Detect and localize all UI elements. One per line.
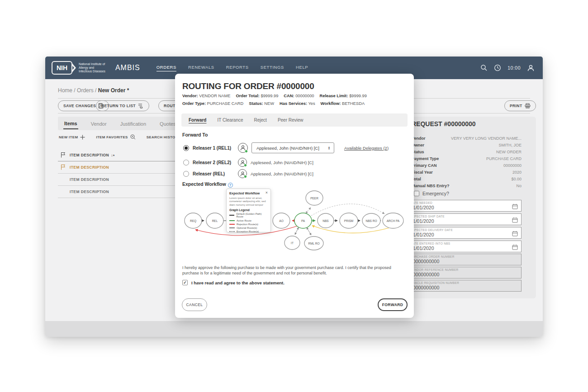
tab-quotes[interactable]: Quotes [159,118,176,129]
favorites-search-icon [130,134,136,140]
nav-item-settings[interactable]: SETTINGS [261,65,284,71]
date-field-value: 01/01/2020 [410,205,518,210]
oracle-requisition-number-field[interactable]: ORACLE REQUISITION NUMBER 00000000000 [407,280,522,292]
releaser-1-dropdown-value: Appleseed, John (NIAID/NIH) [C] [256,146,319,151]
available-delegates-link[interactable]: Available Delegates (2) [344,146,389,151]
new-item-button[interactable]: NEW ITEM [59,135,85,140]
calendar-icon[interactable] [512,231,518,236]
modal-tabs: Forward IT Clearance Reject Peer Review [181,113,408,127]
node-it[interactable]: IT [291,241,294,245]
node-nbs-ro[interactable]: NBS RO [366,219,377,222]
calendar-icon[interactable] [512,203,518,209]
date-entered-nbs-field[interactable]: DATE ENTERED INTO NBS 01/01/2020 [407,241,522,252]
tab-justification[interactable]: Justification [119,118,147,129]
breadcrumb-home[interactable]: Home [58,87,72,94]
order-meta-line-1: Vendor: VENDOR NAME Order Total: $9999.9… [182,94,367,98]
field-value: PURCHASE CARD [486,156,522,161]
vendor-reference-number-field[interactable]: VENDOR REFERENCE NUMBER 00000000000 [407,267,522,279]
field-label: Payment Type [412,156,439,161]
nav-item-renewals[interactable]: RENEWALS [188,65,214,71]
releaser-2-radio[interactable] [183,160,189,165]
tab-items[interactable]: Items [63,118,78,129]
return-to-list-button[interactable]: RETURN TO LIST [96,100,149,111]
node-nbs[interactable]: NBS [322,219,329,222]
app-window: NIH National Institute of Allergy and In… [45,57,543,337]
calendar-icon[interactable] [512,244,518,250]
user-icon[interactable] [527,64,535,72]
modal-tab-reject[interactable]: Reject [254,118,267,123]
node-peer[interactable]: PEER [310,197,318,200]
emergency-checkbox[interactable] [414,191,419,196]
expected-workflow-heading: Expected Workflow? [182,181,233,188]
legend-label: Default (Golden Path) Route [236,213,268,218]
nav-item-help[interactable]: HELP [296,65,308,71]
field-value: $0.00 [511,177,522,181]
window-footer [45,321,543,337]
breadcrumb-current: New Order * [98,87,129,94]
legend-label: Exception Route(s) [237,230,259,233]
node-req[interactable]: REQ [190,219,196,223]
tooltip-body: Lorem ipsum dolor sit amet, consetetur s… [229,197,268,207]
close-icon[interactable]: × [266,190,268,195]
cancel-button[interactable]: CANCEL [182,298,207,311]
nav-menu: ORDERS RENEWALS REPORTS SETTINGS HELP [156,65,308,71]
releaser-label: Releaser (REL) [193,171,234,176]
clock-icon[interactable] [494,64,501,71]
calendar-icon[interactable] [512,217,518,223]
modal-tab-forward[interactable]: Forward [189,118,206,123]
emergency-label: Emergency? [422,191,449,196]
print-label: PRINT [510,104,522,108]
column-header-label[interactable]: ITEM DESCRIPTION [70,153,109,157]
flag-icon[interactable] [61,164,66,170]
tab-vendor[interactable]: Vendor [90,118,108,129]
legend-swatch-optional [229,227,235,228]
releaser-name: Appleseed, John (NIAID/NIH) [C] [251,171,313,176]
item-favorites-label: ITEM FAVORITES [96,135,128,139]
node-rel[interactable]: REL [212,219,218,222]
field-value: No [516,184,522,188]
node-pa-active[interactable]: PA [301,219,305,222]
avatar [238,143,248,153]
legend-label: Rejection Route(s) [237,223,258,226]
node-arch-pa[interactable]: ARCH PA [387,219,400,222]
help-icon[interactable]: ? [228,183,233,188]
nav-item-orders[interactable]: ORDERS [156,65,176,71]
date-needed-field[interactable]: DATE NEEDED 01/01/2020 [407,200,522,212]
releaser-1-label: Releaser 1 (REL1) [193,146,234,151]
breadcrumb-orders[interactable]: Orders [77,87,94,94]
agree-row: ✓ I have read and agree to the above sta… [182,280,285,285]
modal-tab-peer-review[interactable]: Peer Review [278,118,303,123]
nav-item-reports[interactable]: REPORTS [226,65,249,71]
agree-checkbox[interactable]: ✓ [182,280,188,285]
expected-delivery-date-field[interactable]: EXPECTED DELIVERY DATE 01/01/2020 [407,227,522,239]
legend-title: Graph Legend [229,208,268,212]
releaser-radio[interactable] [183,171,189,177]
flag-icon[interactable] [61,152,66,158]
sort-letter: a [113,154,115,156]
releaser-2-label: Releaser 2 (REL2) [193,160,234,165]
node-rml-ro[interactable]: RML RO [308,242,319,245]
number-field-value: 00000000000 [410,272,518,277]
optional-edge-pa-it [295,227,299,235]
search-icon[interactable] [480,64,488,71]
node-ao[interactable]: AO [279,219,283,222]
avatar [238,169,247,178]
releaser-row: Releaser (REL) Appleseed, John (NIAID/NI… [183,169,313,178]
modal-tab-it-clearance[interactable]: IT Clearance [217,118,243,123]
purchase-order-number-field[interactable]: PURCHASE ORDER NUMBER 00000000000 [407,254,522,265]
avatar [238,158,247,167]
releaser-1-dropdown[interactable]: Appleseed, John (NIAID/NIH) [C] ▲▼ [251,142,334,153]
agree-label: I have read and agree to the above state… [191,280,285,285]
expected-ship-date-field[interactable]: EXPECTED SHIP DATE 01/01/2020 [407,213,522,225]
app-name: AMBIS [115,64,140,72]
field-value: 00000000 [503,163,522,168]
print-button[interactable]: PRINT [504,100,536,111]
table-cell-label: ITEM DESCRIPTION [70,177,109,182]
forward-button[interactable]: FORWARD [378,298,408,311]
node-prism[interactable]: PRISM [344,219,354,222]
releaser-1-radio[interactable] [183,145,189,151]
order-meta-line-2: Order Type: PURCHASE CARD Status: NEW Ha… [182,101,365,106]
number-field-value: 00000000000 [410,285,518,290]
item-favorites-button[interactable]: ITEM FAVORITES [96,134,135,140]
spinner-icon: ▲▼ [328,146,330,150]
